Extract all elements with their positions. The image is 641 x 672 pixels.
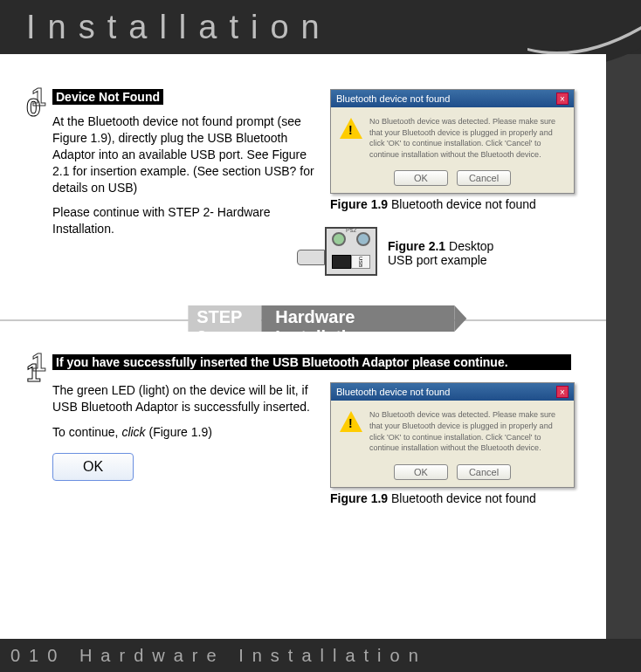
cancel-button[interactable]: Cancel [457, 170, 511, 186]
section2-right: Bluetooth device not found × No Bluetoot… [330, 382, 575, 504]
section2-para1: The green LED (light) on the device will… [52, 382, 314, 415]
figure-1-9-caption-2: Figure 1.9 Bluetooth device not found [330, 491, 575, 505]
section1-left: 0 1 Device Not Found At the Bluetooth de… [52, 89, 314, 276]
ps2-port-icon [356, 232, 370, 246]
step-2-divider: STEP 2 Hardware Installation [0, 305, 606, 333]
cancel-button[interactable]: Cancel [457, 464, 511, 480]
section2-body: The green LED (light) on the device will… [52, 382, 571, 504]
usb-adapter-icon [297, 250, 325, 265]
step-number-10: 0 1 [26, 86, 52, 119]
figure-1-9-caption: Figure 1.9 Bluetooth device not found [330, 197, 575, 211]
section1-right: Bluetooth device not found × No Bluetoot… [330, 89, 575, 276]
dialog-titlebar: Bluetooth device not found × [331, 383, 574, 401]
warning-icon [340, 118, 362, 139]
step-title-label: Hardware Installation [261, 305, 454, 332]
figure-2-1-row: Ps2 USB Figure 2.1 Desktop USB port exam… [330, 227, 575, 276]
usb-port-illustration: Ps2 USB [330, 227, 377, 276]
step-number-label: STEP 2 [188, 305, 261, 332]
step-number-11: 1 1 [26, 351, 52, 384]
page-title: Installation [26, 9, 332, 46]
dialog-message: No Bluetooth device was detected. Please… [369, 409, 565, 453]
dialog-titlebar: Bluetooth device not found × [331, 90, 574, 107]
dialog-title: Bluetooth device not found [336, 387, 450, 397]
ok-button[interactable]: OK [394, 464, 448, 480]
page-body: 0 1 Device Not Found At the Bluetooth de… [0, 54, 606, 639]
figure-2-1-caption: Figure 2.1 Desktop USB port example [388, 239, 510, 267]
dialog-title: Bluetooth device not found [336, 93, 450, 104]
usb-slot-icon [332, 255, 351, 269]
ok-button-large[interactable]: OK [52, 453, 134, 481]
dialog-buttons: OK Cancel [331, 167, 574, 193]
port-panel: Ps2 USB [325, 227, 377, 276]
section1-para1: At the Bluetooth device not found prompt… [52, 113, 314, 195]
section1-para2: Please continue with STEP 2- Hardware In… [52, 204, 314, 237]
dialog-message: No Bluetooth device was detected. Please… [369, 116, 565, 160]
section2-para2: To continue, click (Figure 1.9) [52, 424, 314, 441]
close-icon[interactable]: × [556, 386, 569, 398]
dialog-bluetooth-not-found-2: Bluetooth device not found × No Bluetoot… [330, 382, 575, 487]
dialog-buttons: OK Cancel [331, 461, 574, 487]
step-tail-icon [454, 305, 466, 332]
heading-device-not-found: Device Not Found [52, 89, 163, 105]
heading-insert-success: If you have successfully inserted the US… [52, 354, 571, 370]
usb-label: USB [351, 255, 370, 269]
dialog-body: No Bluetooth device was detected. Please… [331, 401, 574, 460]
footer-bar: 010 Hardware Installation [0, 639, 641, 672]
header-bar: Installation [0, 0, 641, 54]
dialog-bluetooth-not-found: Bluetooth device not found × No Bluetoot… [330, 89, 575, 194]
footer-text: 010 Hardware Installation [10, 646, 427, 666]
ps2-port-icon [332, 232, 346, 246]
close-icon[interactable]: × [556, 93, 569, 105]
dialog-body: No Bluetooth device was detected. Please… [331, 107, 574, 167]
section-device-not-found: 0 1 Device Not Found At the Bluetooth de… [52, 89, 571, 276]
step-pill: STEP 2 Hardware Installation [188, 305, 466, 332]
ok-button[interactable]: OK [394, 170, 448, 186]
section2-left: The green LED (light) on the device will… [52, 382, 314, 504]
section2-head: 1 1 If you have successfully inserted th… [52, 354, 571, 370]
warning-icon [340, 411, 362, 432]
